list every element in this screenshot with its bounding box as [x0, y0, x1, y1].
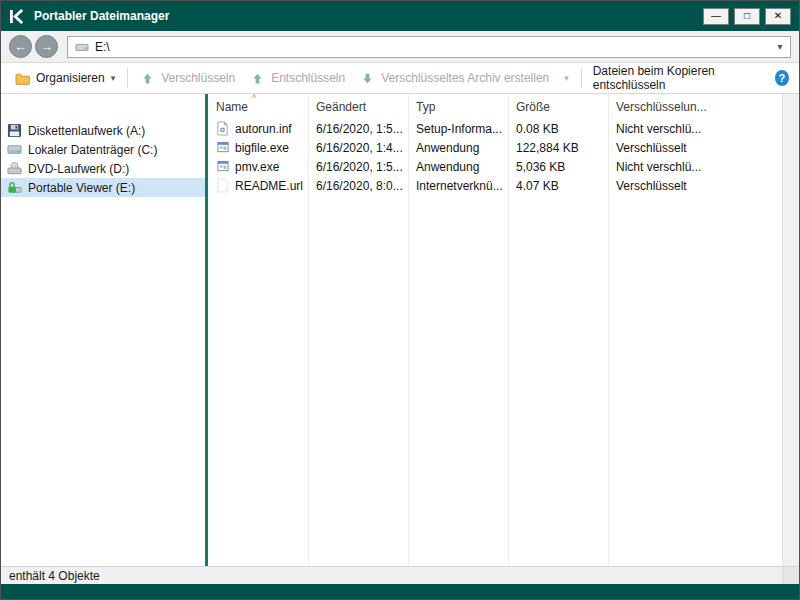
file-row-bigfile-exe[interactable]: bigfile.exe 6/16/2020, 1:4... Anwendung … — [208, 138, 782, 157]
decrypt-button[interactable]: Entschlüsseln — [244, 68, 351, 89]
status-bar: enthält 4 Objekte — [1, 566, 799, 584]
file-name: README.url — [235, 179, 303, 193]
file-size: 122,884 KB — [508, 141, 608, 155]
column-divider[interactable] — [608, 94, 609, 566]
back-button[interactable]: ← — [9, 35, 32, 58]
address-bar: ← → E:\ ▾ — [1, 31, 799, 63]
drive-icon — [74, 39, 89, 54]
list-header: ^ Name Geändert Typ Größe Verschlüsselun… — [208, 94, 782, 119]
sidebar-item-label: Lokaler Datenträger (C:) — [28, 143, 157, 157]
app-window: Portabler Dateimanager — □ ✕ ← → E:\ ▾ O… — [0, 0, 800, 600]
file-name: bigfile.exe — [235, 141, 289, 155]
file-row-pmv-exe[interactable]: pmv.exe 6/16/2020, 1:5... Anwendung 5,03… — [208, 157, 782, 176]
help-icon[interactable]: ? — [775, 70, 789, 86]
address-combobox[interactable]: E:\ ▾ — [67, 36, 791, 58]
arrow-up-icon — [250, 71, 265, 86]
file-type: Internetverknü... — [408, 179, 508, 193]
file-encryption-status: Verschlüsselt — [608, 141, 782, 155]
forward-button[interactable]: → — [35, 35, 58, 58]
internet-shortcut-file-icon — [215, 178, 230, 193]
toolbar: Organisieren ▾ Verschlüsseln Entschlüsse… — [1, 63, 799, 94]
floppy-drive-icon — [7, 123, 22, 138]
file-list: ^ Name Geändert Typ Größe Verschlüsselun… — [208, 94, 799, 566]
sidebar-item-label: Portable Viewer (E:) — [28, 181, 135, 195]
file-size: 0.08 KB — [508, 122, 608, 136]
column-divider[interactable] — [508, 94, 509, 566]
file-type: Setup-Informa... — [408, 122, 508, 136]
column-header-modified[interactable]: Geändert — [308, 94, 408, 119]
file-name-cell: pmv.exe — [208, 159, 308, 174]
file-modified: 6/16/2020, 8:0... — [308, 179, 408, 193]
folder-icon — [15, 71, 30, 86]
encrypt-label: Verschlüsseln — [161, 71, 235, 85]
create-encrypted-archive-button[interactable]: Verschlüsseltes Archiv erstellen — [354, 68, 555, 89]
sort-ascending-icon: ^ — [252, 94, 256, 103]
arrow-up-icon — [140, 71, 155, 86]
column-header-size[interactable]: Größe — [508, 94, 608, 119]
file-modified: 6/16/2020, 1:5... — [308, 122, 408, 136]
local-drive-icon — [7, 142, 22, 157]
sidebar-item-drive-e-selected[interactable]: Portable Viewer (E:) — [1, 178, 205, 197]
minimize-button[interactable]: — — [703, 8, 729, 25]
organize-button[interactable]: Organisieren ▾ — [9, 68, 121, 89]
column-header-encryption[interactable]: Verschlüsselun... — [608, 94, 782, 119]
sidebar-item-drive-a[interactable]: Diskettenlaufwerk (A:) — [1, 121, 205, 140]
maximize-button[interactable]: □ — [734, 8, 760, 25]
application-file-icon — [215, 159, 230, 174]
column-label: Typ — [416, 100, 435, 114]
close-button[interactable]: ✕ — [765, 8, 791, 25]
application-file-icon — [215, 140, 230, 155]
file-rows: autorun.inf 6/16/2020, 1:5... Setup-Info… — [208, 119, 782, 195]
vertical-scrollbar[interactable] — [782, 94, 799, 566]
column-divider[interactable] — [308, 94, 309, 566]
file-type: Anwendung — [408, 141, 508, 155]
window-title: Portabler Dateimanager — [34, 9, 169, 23]
address-dropdown-icon[interactable]: ▾ — [772, 41, 788, 52]
column-label: Geändert — [316, 100, 366, 114]
chevron-down-icon: ▾ — [564, 73, 569, 83]
decrypt-on-copy-button[interactable]: Dateien beim Kopieren entschlüsseln — [593, 64, 767, 92]
window-controls: — □ ✕ — [703, 8, 791, 25]
column-divider[interactable] — [408, 94, 409, 566]
dvd-drive-icon — [7, 161, 22, 176]
file-name-cell: bigfile.exe — [208, 140, 308, 155]
file-modified: 6/16/2020, 1:4... — [308, 141, 408, 155]
column-label: Größe — [516, 100, 550, 114]
arrow-down-icon — [360, 71, 375, 86]
organize-label: Organisieren — [36, 71, 105, 85]
file-encryption-status: Nicht verschlü... — [608, 122, 782, 136]
column-label: Name — [216, 100, 248, 114]
content-area: Diskettenlaufwerk (A:) Lokaler Datenträg… — [1, 94, 799, 566]
column-header-name[interactable]: ^ Name — [208, 94, 308, 119]
file-name: pmv.exe — [235, 160, 279, 174]
file-size: 4.07 KB — [508, 179, 608, 193]
file-name: autorun.inf — [235, 122, 292, 136]
file-size: 5,036 KB — [508, 160, 608, 174]
file-row-autorun-inf[interactable]: autorun.inf 6/16/2020, 1:5... Setup-Info… — [208, 119, 782, 138]
kaspersky-logo-icon — [9, 9, 26, 24]
file-name-cell: README.url — [208, 178, 308, 193]
file-type: Anwendung — [408, 160, 508, 174]
address-path: E:\ — [95, 40, 766, 54]
file-row-readme-url[interactable]: README.url 6/16/2020, 8:0... Internetver… — [208, 176, 782, 195]
toolbar-separator — [581, 68, 582, 88]
setup-information-file-icon — [215, 121, 230, 136]
column-header-type[interactable]: Typ — [408, 94, 508, 119]
column-label: Verschlüsselun... — [616, 100, 707, 114]
encrypted-drive-icon — [7, 180, 22, 195]
toolbar-right-group: Dateien beim Kopieren entschlüsseln ? — [578, 64, 791, 92]
drive-tree: Diskettenlaufwerk (A:) Lokaler Datenträg… — [1, 94, 205, 566]
file-modified: 6/16/2020, 1:5... — [308, 160, 408, 174]
chevron-down-icon: ▾ — [111, 73, 116, 83]
bottom-brand-bar — [1, 584, 799, 600]
sidebar-item-label: DVD-Laufwerk (D:) — [28, 162, 129, 176]
create-encrypted-archive-label: Verschlüsseltes Archiv erstellen — [381, 71, 549, 85]
archive-options-dropdown[interactable]: ▾ — [558, 70, 575, 86]
toolbar-separator — [127, 68, 128, 88]
file-encryption-status: Verschlüsselt — [608, 179, 782, 193]
encrypt-button[interactable]: Verschlüsseln — [134, 68, 241, 89]
sidebar-item-drive-c[interactable]: Lokaler Datenträger (C:) — [1, 140, 205, 159]
sidebar-item-drive-d[interactable]: DVD-Laufwerk (D:) — [1, 159, 205, 178]
sidebar-item-label: Diskettenlaufwerk (A:) — [28, 124, 145, 138]
scrollbar-corner — [782, 567, 799, 584]
